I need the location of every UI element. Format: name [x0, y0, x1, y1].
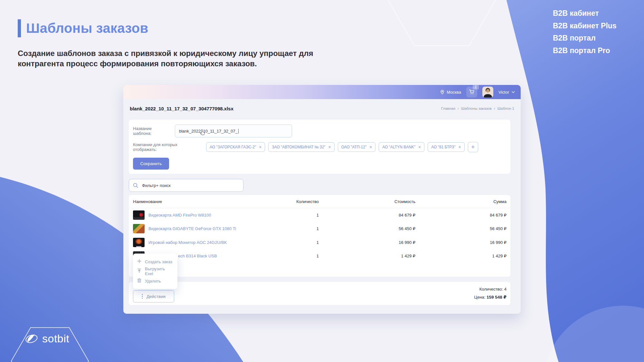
filter-search-value: Фильтр+ поиск: [142, 183, 171, 188]
company-tag[interactable]: АО "81 БТРЗ"×: [428, 142, 464, 152]
menu-item-label: Выгрузить Exel: [145, 266, 174, 276]
price-cell: 1 429 ₽: [319, 254, 415, 258]
company-tag-label: ОАО "АТП-12": [341, 145, 366, 149]
table-row: ech B314 Black USB11 429 ₽1 429 ₽: [129, 249, 510, 263]
plus-icon: [137, 259, 142, 265]
title-accent-bar: [18, 19, 21, 37]
breadcrumb-item[interactable]: Главная: [441, 107, 455, 110]
edition-item: B2B кабинет Plus: [553, 20, 617, 32]
actions-button[interactable]: Действия: [133, 290, 174, 302]
search-icon: [133, 183, 138, 188]
template-form-card: Название шаблона: blank_2022_10_11_17_32…: [129, 120, 510, 174]
table-row: Игровой набор Монитор AOC 24G2U/BK116 99…: [129, 236, 510, 249]
template-name-label: Название шаблона:: [133, 126, 171, 136]
company-tag-label: АО "ALTYN BANK": [382, 145, 415, 149]
products-table-card: Наименование Количество Стоимость Сумма …: [129, 195, 510, 277]
slide: Шаблоны заказов Создание шаблонов заказа…: [0, 0, 644, 362]
slide-description: Создание шаблонов заказа с привязкой к ю…: [18, 48, 365, 69]
qty-cell: 1: [261, 226, 319, 231]
sum-cell: 56 450 ₽: [415, 226, 507, 231]
edition-item: B2B портал Pro: [553, 44, 617, 57]
location-label: Москва: [447, 90, 461, 95]
hexagon-outline-top: [387, 0, 497, 46]
col-sum: Сумма: [415, 199, 507, 204]
edition-item: B2B портал: [553, 32, 617, 44]
close-icon[interactable]: ×: [459, 145, 461, 149]
product-link[interactable]: ech B314 Black USB: [178, 254, 217, 258]
map-pin-icon: [440, 89, 445, 95]
close-icon[interactable]: ×: [418, 145, 421, 149]
close-icon[interactable]: ×: [259, 145, 261, 149]
monitor-aoc-thumbnail: [133, 238, 145, 247]
company-tag-label: АО "81 БТРЗ": [431, 145, 455, 149]
company-tag-label: АО "ЗАГОРСКАЯ ГАЭС-2": [210, 145, 256, 149]
sotbit-logo: sotbit: [24, 332, 69, 345]
company-tag[interactable]: АО "ЗАГОРСКАЯ ГАЭС-2"×: [206, 142, 265, 152]
company-tags: АО "ЗАГОРСКАЯ ГАЭС-2"×ЗАО "АВТОКОМБИНАТ …: [206, 142, 465, 152]
menu-item-удалить[interactable]: Удалить: [133, 276, 177, 286]
product-link[interactable]: Игровой набор Монитор AOC 24G2U/BK: [148, 240, 227, 245]
cart-icon: [469, 89, 475, 95]
sum-cell: 1 429 ₽: [415, 254, 507, 258]
app-window: Москва 2 Victor: [123, 85, 521, 314]
location-selector[interactable]: Москва: [440, 89, 461, 95]
add-company-button[interactable]: +: [468, 142, 478, 152]
company-tag[interactable]: АО "ALTYN BANK"×: [379, 142, 424, 152]
user-name: Victor: [498, 90, 509, 95]
gpu-amd-thumbnail: [133, 210, 145, 220]
app-header: Москва 2 Victor: [123, 85, 521, 99]
table-row: Видеокарта GIGABYTE GeForce GTX 1080 Ti1…: [129, 222, 510, 236]
qty-cell: 1: [261, 240, 319, 245]
breadcrumb-item: Шаблон 1: [497, 107, 514, 110]
menu-item-выгрузить-exel[interactable]: Выгрузить Exel: [133, 266, 177, 276]
close-icon[interactable]: ×: [369, 145, 372, 149]
price-cell: 16 990 ₽: [319, 240, 415, 245]
cart-badge: 2: [473, 85, 479, 89]
company-tag[interactable]: ЗАО "АВТОКОМБИНАТ № 32"×: [268, 142, 334, 152]
trash-icon: [137, 278, 142, 284]
product-cell: Игровой набор Монитор AOC 24G2U/BK: [133, 238, 261, 247]
menu-item-создать-заказ[interactable]: Создать заказ: [133, 257, 177, 266]
table-body: Видеокарта AMD FirePro W8100184 679 ₽84 …: [129, 208, 510, 263]
edition-list: B2B кабинетB2B кабинет PlusB2B порталB2B…: [553, 7, 617, 57]
close-icon[interactable]: ×: [328, 145, 331, 149]
product-link[interactable]: Видеокарта GIGABYTE GeForce GTX 1080 Ti: [148, 226, 236, 231]
price-cell: 56 450 ₽: [319, 226, 415, 231]
breadcrumb-separator-icon: ›: [494, 106, 495, 111]
hand-cursor: [200, 129, 206, 136]
text-caret: [238, 129, 239, 134]
headline: Шаблоны заказов: [18, 19, 148, 37]
total-count: Количество: 4: [129, 286, 507, 292]
total-price: Цена: 159 548 ₽: [129, 294, 507, 300]
table-header-row: Наименование Количество Стоимость Сумма: [129, 195, 510, 208]
company-tag[interactable]: ОАО "АТП-12"×: [338, 142, 376, 152]
cart-button[interactable]: 2: [466, 87, 477, 97]
upload-icon: [137, 268, 142, 274]
filter-search-input[interactable]: Фильтр+ поиск: [129, 179, 243, 192]
companies-label: Компании для которых отображать:: [133, 142, 201, 152]
totals-card: Количество: 4 Цена: 159 548 ₽: [129, 282, 510, 305]
actions-button-label: Действия: [147, 294, 166, 299]
avatar[interactable]: [482, 87, 493, 97]
company-tag-label: ЗАО "АВТОКОМБИНАТ № 32": [272, 145, 325, 149]
template-name-value: blank_2022_10_11_17_32_07_: [179, 129, 238, 134]
save-button[interactable]: Сохранить: [133, 158, 169, 170]
qty-cell: 1: [261, 213, 319, 218]
sotbit-leaf-icon: [24, 333, 39, 345]
edition-item: B2B кабинет: [553, 7, 617, 20]
price-cell: 84 679 ₽: [319, 213, 415, 218]
page-title-row: blank_2022_10_11_17_32_07_304777098.xlsx…: [130, 104, 514, 113]
table-row: Видеокарта AMD FirePro W8100184 679 ₽84 …: [129, 208, 510, 222]
chevron-down-icon: [512, 91, 515, 93]
breadcrumb-separator-icon: ›: [458, 106, 459, 111]
menu-item-label: Создать заказ: [145, 259, 172, 264]
breadcrumb-item[interactable]: Шаблоны заказов: [461, 107, 492, 110]
user-menu[interactable]: Victor: [498, 90, 515, 95]
product-cell: Видеокарта GIGABYTE GeForce GTX 1080 Ti: [133, 224, 261, 233]
template-name-input[interactable]: blank_2022_10_11_17_32_07_: [175, 125, 292, 137]
col-qty: Количество: [261, 199, 319, 204]
vertical-ellipsis-icon: [142, 294, 143, 299]
qty-cell: 1: [261, 254, 319, 258]
avatar-photo: [482, 87, 493, 97]
product-link[interactable]: Видеокарта AMD FirePro W8100: [148, 213, 211, 218]
